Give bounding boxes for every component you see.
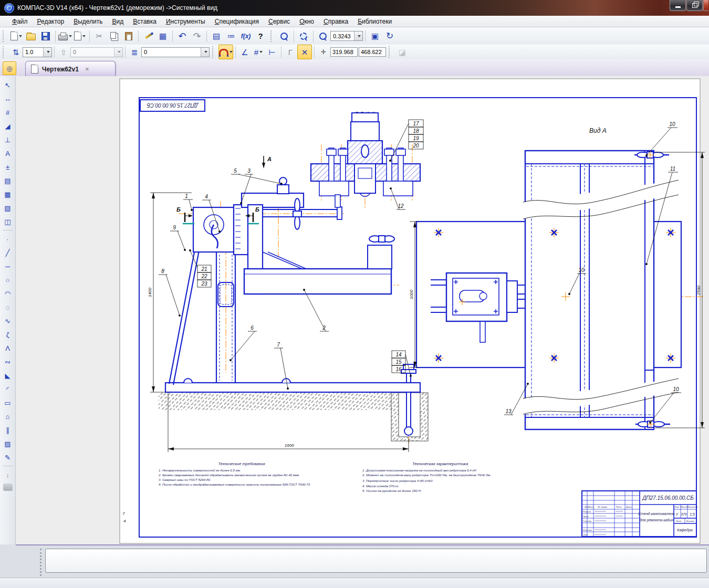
document-manager-button[interactable]: ◎ (3, 61, 16, 75)
panel-parametrics-button[interactable]: ⊥ (2, 133, 14, 146)
local-csys-button[interactable]: ⊢ (265, 46, 279, 58)
parametrics-icon: ⊥ (5, 136, 11, 143)
menu-insert[interactable]: Вставка (128, 17, 161, 26)
zoom-scale-combo[interactable]: 0.3243 (330, 31, 363, 41)
redo-button[interactable]: ↷ (190, 29, 204, 44)
drawing-canvas[interactable]: ДП27.15.06.00.00.СБ 7 4 (16, 76, 709, 545)
tool-circle-button[interactable]: ○ (2, 274, 14, 286)
close-button[interactable] (703, 0, 708, 11)
layer-combo[interactable]: 0 (141, 47, 210, 57)
panel-designations-button[interactable]: # (2, 106, 14, 119)
zoom-pan-button[interactable] (296, 29, 311, 44)
panel-grip[interactable] (3, 484, 13, 491)
rounding-button[interactable]: ✕ (297, 45, 312, 59)
ortho-button[interactable]: Γ (284, 46, 297, 58)
undo-button[interactable]: ↶ (175, 29, 190, 44)
grid-button[interactable]: # (252, 46, 265, 58)
panel-measure-button[interactable]: A (2, 147, 14, 160)
redo-icon: ↷ (193, 32, 201, 41)
tech-req-title: Технические требования (218, 461, 265, 466)
properties-table-button[interactable]: ▦ (155, 29, 170, 44)
toolbar-grip[interactable] (3, 30, 6, 42)
variables-button[interactable]: ≔ (224, 29, 238, 44)
tool-parallel-button[interactable]: ∥ (2, 424, 14, 436)
menu-help[interactable]: Справка (319, 17, 353, 26)
callout-2: 2 (322, 325, 326, 331)
tool-point-button[interactable]: · (2, 233, 14, 245)
context-help-button[interactable]: ? (253, 29, 268, 44)
panel-apps-button[interactable]: ◫ (2, 215, 14, 228)
coord-y-field[interactable] (359, 47, 386, 57)
copy-properties-button[interactable] (141, 29, 155, 44)
panel-reports-button[interactable]: ▦ (2, 188, 14, 201)
step-value: 0 (73, 49, 76, 55)
window-manager-button[interactable]: ▤ (209, 29, 224, 44)
coords-button[interactable]: ✛ (317, 46, 330, 58)
new-document-button[interactable] (9, 29, 24, 44)
tool-curve-button[interactable]: ζ (2, 328, 14, 341)
tool-ellipse-button[interactable]: ◌ (2, 301, 14, 313)
paste-button[interactable] (121, 29, 136, 44)
tool-rectangle-button[interactable]: ▭ (2, 396, 14, 409)
line-width-button[interactable]: ⇅ (9, 46, 23, 58)
zoom-frame-button[interactable] (277, 29, 291, 44)
layers-button[interactable]: ≣ (128, 46, 141, 58)
tool-arc-button[interactable]: ◠ (2, 287, 14, 300)
tool-chamfer-button[interactable]: ◣ (2, 369, 14, 382)
fx-button[interactable]: f(x) (238, 29, 253, 44)
menu-editor[interactable]: Редактор (33, 17, 69, 26)
panel-selection-button[interactable]: ± (2, 161, 14, 173)
copy-button[interactable] (107, 29, 121, 44)
save-button[interactable] (38, 29, 53, 44)
restore-button[interactable] (686, 0, 703, 11)
refresh-view-button[interactable]: ↻ (382, 29, 397, 44)
menu-view[interactable]: Вид (108, 17, 129, 26)
snap-magnet-button[interactable] (218, 45, 233, 59)
menu-libraries[interactable]: Библиотеки (353, 17, 397, 26)
tool-polygon-button[interactable]: ⌂ (2, 410, 14, 423)
panel-specification-button[interactable]: ▤ (2, 174, 14, 187)
line-width-combo[interactable]: 1.0 (23, 47, 52, 57)
open-button[interactable] (24, 29, 38, 44)
cut-button[interactable]: ✂ (92, 29, 107, 44)
tool-brush-button[interactable]: ✎ (2, 451, 14, 464)
layer-dropdown[interactable] (201, 48, 209, 57)
menu-service[interactable]: Сервис (264, 17, 295, 26)
property-bar[interactable] (45, 549, 707, 573)
document-tab[interactable]: Чертеж62v1 × (25, 61, 116, 77)
panel-editing-button[interactable]: ◢ (2, 120, 14, 132)
coord-x-field[interactable] (330, 47, 358, 57)
menu-window[interactable]: Окно (295, 17, 319, 26)
fit-document-button[interactable]: ▣ (368, 29, 382, 44)
panel-insert-button[interactable]: ▧ (2, 202, 14, 214)
toolbar-grip[interactable] (212, 46, 216, 58)
panel-select-button[interactable]: ↖ (2, 79, 14, 91)
property-bar-grip[interactable] (40, 549, 41, 576)
print-preview-button[interactable] (72, 29, 87, 44)
menu-select[interactable]: Выделить (69, 17, 107, 26)
menu-tools[interactable]: Инструменты (161, 17, 210, 26)
toolbar-grip[interactable] (389, 46, 392, 58)
line-width-dropdown[interactable] (43, 48, 51, 57)
tool-aux-line-button[interactable]: ╱ (2, 246, 14, 259)
toolbar-grip[interactable] (270, 30, 274, 42)
menu-file[interactable]: Файл (7, 17, 33, 26)
tool-fillet-button[interactable]: ◜ (2, 383, 14, 395)
tool-polyline-button[interactable]: Λ (2, 342, 14, 354)
minimize-button[interactable] (670, 0, 686, 11)
tab-close-icon[interactable]: × (85, 66, 89, 72)
print-button[interactable] (58, 29, 72, 44)
brush-tool-icon: ✎ (5, 454, 11, 461)
zoom-in-button[interactable] (316, 29, 330, 44)
angle-snap-button[interactable]: ∠ (238, 46, 252, 58)
extra-icon: ↓ (6, 471, 9, 478)
tool-continuous-button[interactable]: ∿ (2, 314, 14, 327)
zoom-scale-dropdown[interactable] (354, 32, 362, 40)
tool-bezier-button[interactable]: ∾ (2, 355, 14, 368)
menu-specification[interactable]: Спецификация (210, 17, 264, 26)
tool-segment-button[interactable]: ─ (2, 260, 14, 272)
panel-dimensions-button[interactable]: ↔ (2, 92, 14, 105)
toolbar-grip[interactable] (3, 46, 6, 58)
tool-hatch-button[interactable]: ▨ (2, 437, 14, 450)
doc-number: ДП27.15.06.00.00.СБ (642, 495, 694, 501)
